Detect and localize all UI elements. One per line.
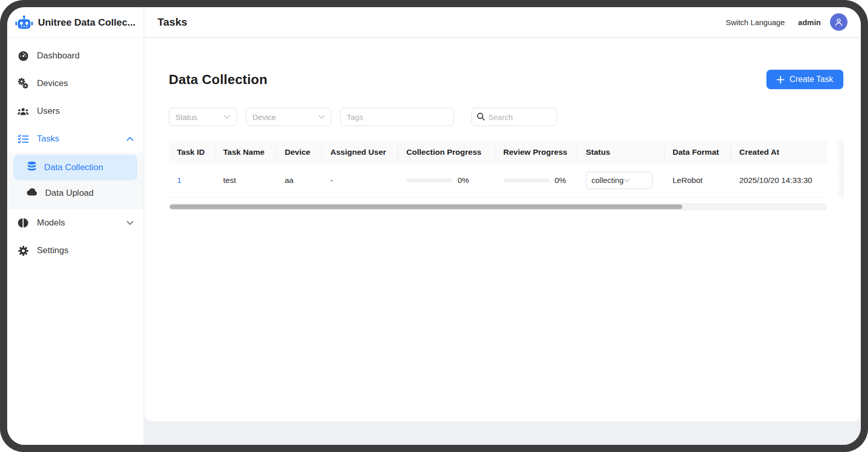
review-progress: 0% bbox=[503, 176, 569, 185]
filters-row: Status Device bbox=[169, 108, 843, 126]
sidebar-item-data-collection[interactable]: Data Collection bbox=[13, 155, 137, 180]
status-filter-select[interactable]: Status bbox=[169, 108, 237, 126]
sidebar-item-label: Data Upload bbox=[45, 188, 94, 198]
create-task-button[interactable]: Create Task bbox=[766, 70, 843, 89]
device-filter-select[interactable]: Device bbox=[246, 108, 331, 126]
column-header-created-at: Created At bbox=[731, 140, 827, 164]
collection-progress-bar bbox=[406, 178, 452, 182]
horizontal-scrollbar-track[interactable] bbox=[169, 203, 827, 210]
sidebar-item-label: Users bbox=[37, 106, 133, 116]
status-filter-placeholder: Status bbox=[175, 113, 224, 121]
chevron-down-icon bbox=[127, 221, 133, 225]
sidebar-item-models[interactable]: Models bbox=[7, 209, 144, 237]
collection-progress: 0% bbox=[406, 176, 487, 185]
app-title: Unitree Data Collec... bbox=[38, 17, 135, 28]
sidebar-item-label: Dashboard bbox=[37, 51, 133, 61]
page-breadcrumb-title: Tasks bbox=[157, 16, 187, 28]
column-header-data-format: Data Format bbox=[664, 140, 731, 164]
column-header-task-name: Task Name bbox=[215, 140, 277, 164]
review-progress-value: 0% bbox=[555, 176, 566, 185]
device-cell: aa bbox=[277, 164, 322, 197]
content-background: Data Collection Create Task Status bbox=[144, 38, 861, 445]
sidebar-item-settings[interactable]: Settings bbox=[7, 237, 144, 264]
brain-icon bbox=[17, 218, 29, 228]
tasks-table: Task ID Task Name Device Assigned User C… bbox=[169, 140, 827, 197]
robot-logo-icon bbox=[15, 15, 33, 30]
collection-progress-value: 0% bbox=[458, 176, 469, 185]
status-select-value: collecting bbox=[591, 176, 624, 184]
status-select[interactable]: collecting bbox=[586, 172, 653, 189]
title-row: Data Collection Create Task bbox=[169, 70, 843, 89]
plus-icon bbox=[777, 76, 784, 84]
create-task-label: Create Task bbox=[790, 75, 833, 84]
chevron-down-icon bbox=[224, 115, 230, 119]
column-header-device: Device bbox=[277, 140, 322, 164]
users-icon bbox=[17, 107, 29, 116]
main-column: Tasks Switch Language admin Data Col bbox=[144, 7, 861, 445]
sidebar-menu: Dashboard bbox=[7, 38, 144, 264]
table-header-row: Task ID Task Name Device Assigned User C… bbox=[169, 140, 827, 164]
topbar-right: Switch Language admin bbox=[726, 13, 847, 31]
sidebar: Unitree Data Collec... Dash bbox=[7, 7, 144, 445]
column-header-review-progress: Review Progress bbox=[495, 140, 578, 164]
gear-icon bbox=[17, 245, 29, 256]
table-scroll-shadow bbox=[836, 140, 843, 197]
page-title: Data Collection bbox=[169, 72, 267, 88]
sidebar-item-dashboard[interactable]: Dashboard bbox=[7, 42, 144, 70]
tasks-submenu: Data Collection Data Upload bbox=[7, 153, 144, 209]
sidebar-item-devices[interactable]: Devices bbox=[7, 70, 144, 97]
sidebar-item-label: Data Collection bbox=[44, 162, 103, 173]
tasks-table-zone: Task ID Task Name Device Assigned User C… bbox=[169, 140, 843, 210]
task-id-link[interactable]: 1 bbox=[177, 176, 182, 184]
topbar: Tasks Switch Language admin bbox=[144, 7, 861, 38]
sidebar-item-label: Tasks bbox=[37, 134, 119, 144]
user-avatar[interactable] bbox=[830, 13, 847, 31]
chevron-up-icon bbox=[127, 137, 133, 141]
logo-row: Unitree Data Collec... bbox=[7, 7, 144, 38]
chevron-down-icon bbox=[624, 178, 647, 182]
sidebar-item-data-upload[interactable]: Data Upload bbox=[13, 180, 137, 206]
assigned-user-cell: - bbox=[322, 164, 398, 197]
task-list-icon bbox=[17, 134, 29, 143]
dashboard-icon bbox=[17, 51, 29, 61]
data-format-cell: LeRobot bbox=[664, 164, 731, 197]
created-at-cell: 2025/10/20 14:33:30 bbox=[731, 164, 827, 197]
column-header-task-id: Task ID bbox=[169, 140, 215, 164]
search-box bbox=[471, 108, 557, 126]
chevron-down-icon bbox=[319, 115, 325, 119]
content-card: Data Collection Create Task Status bbox=[144, 38, 861, 421]
column-header-status: Status bbox=[578, 140, 664, 164]
device-filter-placeholder: Device bbox=[252, 113, 319, 121]
sidebar-item-label: Models bbox=[37, 218, 119, 228]
horizontal-scrollbar-thumb[interactable] bbox=[170, 204, 682, 209]
table-row: 1 test aa - 0% bbox=[169, 164, 827, 197]
database-icon bbox=[27, 161, 37, 174]
sidebar-item-label: Settings bbox=[37, 245, 133, 256]
switch-language-button[interactable]: Switch Language bbox=[726, 18, 785, 27]
gears-icon bbox=[17, 78, 29, 89]
tags-input[interactable] bbox=[340, 108, 454, 126]
sidebar-item-users[interactable]: Users bbox=[7, 97, 144, 125]
sidebar-item-tasks[interactable]: Tasks bbox=[7, 125, 144, 153]
app-window: Unitree Data Collec... Dash bbox=[7, 7, 861, 445]
window-frame: Unitree Data Collec... Dash bbox=[0, 0, 868, 452]
column-header-assigned-user: Assigned User bbox=[322, 140, 398, 164]
username-label[interactable]: admin bbox=[798, 18, 821, 27]
task-name-cell: test bbox=[215, 164, 277, 197]
sidebar-item-label: Devices bbox=[37, 78, 133, 89]
cloud-icon bbox=[27, 188, 38, 198]
review-progress-bar bbox=[503, 178, 549, 182]
column-header-collection-progress: Collection Progress bbox=[398, 140, 495, 164]
